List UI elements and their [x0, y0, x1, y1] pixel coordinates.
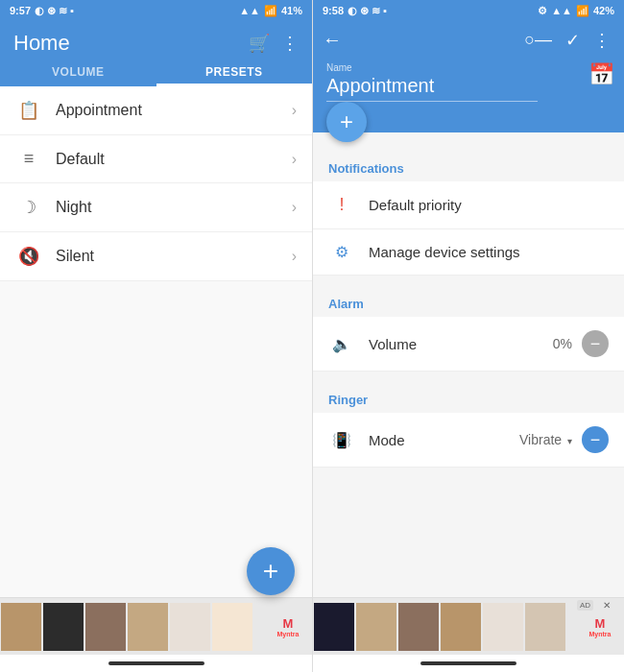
alarm-volume-value: 0% — [553, 336, 572, 351]
right-status-time: 9:58 ◐ ⊛ ≋ ▪ — [323, 5, 387, 17]
rad-thumb-4 — [441, 603, 481, 651]
back-button[interactable]: ← — [323, 29, 342, 51]
list-item-appointment[interactable]: 📋 Appointment › — [0, 86, 312, 135]
right-header: ← ○— ✓ ⋮ — [313, 21, 624, 62]
left-panel: 9:57 ◐ ⊛ ≋ ▪ ▲▲ 📶 41% Home 🛒 ⋮ VOLUME PR… — [0, 0, 312, 672]
gear-icon: ⚙ — [328, 243, 355, 261]
night-icon: ☽ — [15, 197, 42, 218]
rad-thumb-6 — [525, 603, 565, 651]
ad-thumb-5 — [170, 603, 210, 651]
left-ad-bar: M Myntra — [0, 597, 312, 655]
left-signal-icon: ▲▲ — [239, 5, 260, 16]
default-label: Default — [56, 151, 292, 168]
right-battery: 42% — [593, 5, 614, 16]
right-settings-icon: ⚙ — [538, 5, 547, 17]
ad-badge: AD — [577, 600, 593, 611]
tab-volume[interactable]: VOLUME — [0, 56, 156, 86]
right-home-bar — [420, 661, 516, 665]
left-home-bar — [108, 661, 204, 665]
tab-presets[interactable]: PRESETS — [156, 56, 313, 86]
ad-close-button[interactable]: ✕ — [603, 600, 611, 611]
left-status-time: 9:57 ◐ ⊛ ≋ ▪ — [10, 5, 74, 17]
alarm-section-header: Alarm — [313, 287, 624, 317]
rad-thumb-5 — [483, 603, 523, 651]
right-more-menu-icon[interactable]: ⋮ — [593, 30, 611, 51]
right-status-bar: 9:58 ◐ ⊛ ≋ ▪ ⚙ ▲▲ 📶 42% — [313, 0, 624, 21]
priority-label: Default priority — [369, 197, 609, 213]
ad-thumb-2 — [43, 603, 84, 651]
alarm-volume-row[interactable]: 🔈 Volume 0% − — [313, 317, 624, 372]
priority-icon: ! — [328, 195, 355, 215]
left-status-bar: 9:57 ◐ ⊛ ≋ ▪ ▲▲ 📶 41% — [0, 0, 312, 21]
rad-thumb-2 — [356, 603, 396, 651]
right-panel: 9:58 ◐ ⊛ ≋ ▪ ⚙ ▲▲ 📶 42% ← ○— ✓ ⋮ Name 📅 … — [312, 0, 624, 672]
priority-row[interactable]: ! Default priority — [313, 181, 624, 229]
ad-thumb-3 — [85, 603, 126, 651]
appointment-chevron: › — [292, 102, 297, 119]
divider-2 — [313, 372, 624, 383]
default-chevron: › — [292, 151, 297, 168]
right-status-icons: ◐ ⊛ ≋ ▪ — [348, 5, 387, 17]
tabs-bar: VOLUME PRESETS — [0, 56, 312, 86]
alarm-minus-button[interactable]: − — [582, 330, 609, 357]
left-title: Home — [13, 31, 70, 56]
ringer-minus-button[interactable]: − — [582, 426, 609, 453]
dropdown-arrow-icon[interactable]: ▾ — [567, 436, 572, 446]
left-battery: 41% — [281, 5, 302, 16]
default-icon: ≡ — [15, 149, 42, 169]
left-fab-button[interactable]: + — [247, 547, 295, 595]
left-ad-thumbnails — [0, 598, 264, 655]
left-home-indicator — [0, 655, 312, 672]
more-menu-icon[interactable]: ⋮ — [281, 33, 299, 54]
preset-list: 📋 Appointment › ≡ Default › ☽ Night › 🔇 … — [0, 86, 312, 597]
right-content: Notifications ! Default priority ⚙ Manag… — [313, 132, 624, 597]
left-ad-logo: M Myntra — [264, 616, 312, 637]
right-time: 9:58 — [323, 5, 344, 16]
list-item-default[interactable]: ≡ Default › — [0, 135, 312, 183]
right-home-indicator — [313, 655, 624, 672]
right-ad-thumbnails — [313, 598, 576, 655]
night-label: Night — [56, 199, 292, 216]
notifications-section-header: Notifications — [313, 152, 624, 181]
check-button[interactable]: ✓ — [565, 30, 580, 51]
left-header: Home 🛒 ⋮ — [0, 21, 312, 56]
name-input[interactable] — [326, 75, 538, 102]
ringer-mode-value: Vibrate ▾ — [519, 432, 572, 447]
manage-device-row[interactable]: ⚙ Manage device settings — [313, 229, 624, 276]
right-status-right: ⚙ ▲▲ 📶 42% — [538, 5, 614, 17]
night-chevron: › — [292, 199, 297, 216]
appointment-label: Appointment — [56, 102, 292, 119]
list-item-silent[interactable]: 🔇 Silent › — [0, 232, 312, 281]
calendar-button[interactable]: 📅 — [588, 62, 614, 87]
right-fab-button[interactable]: + — [326, 102, 367, 142]
ad-thumb-6 — [212, 603, 252, 651]
ringer-mode-label: Mode — [369, 432, 519, 448]
silent-chevron: › — [292, 248, 297, 265]
list-item-night[interactable]: ☽ Night › — [0, 183, 312, 232]
ad-thumb-4 — [128, 603, 168, 651]
volume-icon: 🔈 — [328, 335, 355, 353]
right-wifi-icon: 📶 — [576, 5, 589, 17]
left-time: 9:57 — [10, 5, 31, 16]
cart-icon[interactable]: 🛒 — [249, 33, 270, 54]
ringer-mode-row[interactable]: 📳 Mode Vibrate ▾ − — [313, 413, 624, 468]
ad-thumb-1 — [1, 603, 41, 651]
rad-thumb-1 — [314, 603, 354, 651]
right-signal-icon: ▲▲ — [551, 5, 572, 16]
divider-1 — [313, 276, 624, 287]
right-header-actions: ○— ✓ ⋮ — [524, 30, 611, 51]
profile-link-icon[interactable]: ○— — [524, 30, 552, 50]
appointment-icon: 📋 — [15, 100, 42, 121]
name-field-label: Name — [326, 62, 611, 73]
left-header-icons: 🛒 ⋮ — [249, 33, 299, 54]
left-status-icons: ◐ ⊛ ≋ ▪ — [35, 5, 74, 17]
left-wifi-icon: 📶 — [264, 5, 277, 17]
mode-icon: 📳 — [328, 431, 355, 449]
silent-icon: 🔇 — [15, 246, 42, 267]
rad-thumb-3 — [398, 603, 439, 651]
ringer-section-header: Ringer — [313, 383, 624, 413]
right-ad-logo: M Myntra — [576, 616, 624, 637]
alarm-volume-label: Volume — [369, 336, 553, 352]
silent-label: Silent — [56, 248, 292, 265]
manage-label: Manage device settings — [369, 244, 609, 260]
